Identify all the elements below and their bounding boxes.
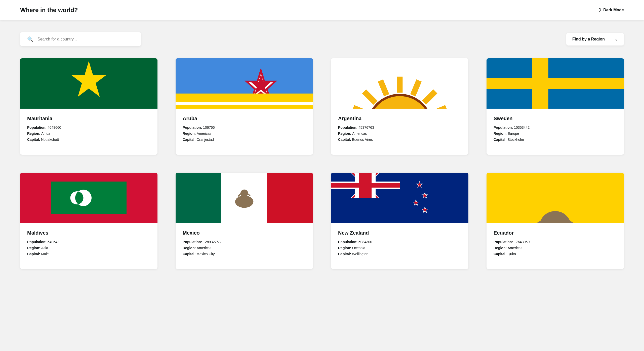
country-capital: Capital: Wellington: [338, 252, 461, 256]
population-label: Population:: [183, 125, 202, 129]
svg-line-18: [413, 80, 419, 95]
capital-value: Wellington: [352, 252, 368, 256]
region-value: Africa: [41, 131, 50, 136]
card-body: Mauritania Population: 4649660 Region: A…: [20, 109, 157, 155]
region-value: Asia: [41, 246, 48, 250]
card-body: Sweden Population: 10353442 Region: Euro…: [487, 109, 624, 155]
country-population: Population: 45376763: [338, 125, 461, 129]
moon-icon: ☽: [597, 7, 601, 13]
country-population: Population: 128932753: [183, 240, 306, 244]
search-input[interactable]: [37, 37, 134, 41]
country-population: Population: 5084300: [338, 240, 461, 244]
country-population: Population: 4649660: [27, 125, 150, 129]
capital-value: Quito: [507, 252, 516, 256]
country-name: Maldives: [27, 230, 150, 236]
country-region: Region: Asia: [27, 246, 150, 250]
region-label: Region:: [183, 131, 196, 136]
region-value: Americas: [197, 246, 211, 250]
country-name: Mauritania: [27, 116, 150, 121]
country-region: Region: Americas: [183, 246, 306, 250]
capital-value: Mexico City: [196, 252, 215, 256]
chevron-down-icon: ⌄: [615, 37, 618, 41]
country-name: Sweden: [494, 116, 617, 121]
region-label: Region:: [27, 246, 40, 250]
card-body: Mexico Population: 128932753 Region: Ame…: [176, 223, 313, 269]
region-label: Region:: [338, 131, 351, 136]
region-value: Europe: [508, 131, 519, 136]
card-body: Argentina Population: 45376763 Region: A…: [331, 109, 468, 155]
region-label: Region:: [183, 246, 196, 250]
population-value: 540542: [48, 240, 59, 244]
country-card[interactable]: Maldives Population: 540542 Region: Asia…: [20, 173, 157, 269]
country-population: Population: 10353442: [494, 125, 617, 129]
population-label: Population:: [183, 240, 202, 244]
svg-line-16: [380, 80, 386, 95]
capital-label: Capital:: [183, 138, 195, 142]
region-label: Region:: [494, 131, 507, 136]
countries-grid: Mauritania Population: 4649660 Region: A…: [20, 58, 624, 269]
controls-bar: 🔍 Find by a Region ⌄: [20, 32, 624, 46]
country-flag: [176, 173, 313, 223]
svg-point-3: [368, 95, 432, 109]
country-flag: [20, 58, 157, 109]
capital-label: Capital:: [494, 138, 506, 142]
country-card[interactable]: Sweden Population: 10353442 Region: Euro…: [487, 58, 624, 155]
population-value: 17643060: [514, 240, 530, 244]
population-label: Population:: [494, 125, 513, 129]
country-region: Region: Europe: [494, 131, 617, 136]
capital-value: Oranjestad: [196, 138, 214, 142]
svg-point-32: [539, 211, 571, 223]
country-card[interactable]: New Zealand Population: 5084300 Region: …: [331, 173, 468, 269]
country-card[interactable]: Mauritania Population: 4649660 Region: A…: [20, 58, 157, 155]
region-value: Americas: [197, 131, 211, 136]
country-flag: [487, 173, 624, 223]
country-flag: [331, 173, 468, 223]
search-icon: 🔍: [27, 36, 33, 42]
population-value: 10353442: [514, 125, 530, 129]
population-value: 128932753: [203, 240, 221, 244]
country-capital: Capital: Nouakchott: [27, 138, 150, 142]
capital-label: Capital:: [338, 138, 351, 142]
country-population: Population: 540542: [27, 240, 150, 244]
capital-label: Capital:: [27, 252, 40, 256]
country-card[interactable]: Argentina Population: 45376763 Region: A…: [331, 58, 468, 155]
svg-line-19: [424, 91, 435, 103]
country-region: Region: Oceania: [338, 246, 461, 250]
svg-line-20: [431, 108, 446, 109]
population-value: 5084300: [358, 240, 372, 244]
country-flag: [331, 58, 468, 109]
country-capital: Capital: Quito: [494, 252, 617, 256]
capital-value: Malé: [41, 252, 49, 256]
country-card[interactable]: Mexico Population: 128932753 Region: Ame…: [176, 173, 313, 269]
country-region: Region: Americas: [338, 131, 461, 136]
population-label: Population:: [338, 125, 357, 129]
site-header: Where in the world? ☽ Dark Mode: [0, 0, 644, 20]
main-content: 🔍 Find by a Region ⌄: [0, 20, 644, 281]
capital-label: Capital:: [183, 252, 195, 256]
country-flag: [176, 58, 313, 109]
region-dropdown-label: Find by a Region: [572, 37, 605, 41]
country-population: Population: 106766: [183, 125, 306, 129]
population-label: Population:: [338, 240, 357, 244]
search-box: 🔍: [20, 32, 141, 46]
population-label: Population:: [27, 240, 47, 244]
country-capital: Capital: Mexico City: [183, 252, 306, 256]
svg-marker-29: [413, 200, 419, 205]
population-value: 45376763: [358, 125, 374, 129]
capital-value: Stockholm: [507, 138, 524, 142]
capital-label: Capital:: [27, 138, 40, 142]
region-label: Region:: [338, 246, 351, 250]
population-value: 4649660: [48, 125, 61, 129]
region-dropdown: Find by a Region ⌄: [566, 33, 624, 46]
country-card[interactable]: Ecuador Population: 17643060 Region: Ame…: [487, 173, 624, 269]
card-body: New Zealand Population: 5084300 Region: …: [331, 223, 468, 269]
country-capital: Capital: Buenos Aires: [338, 138, 461, 142]
card-body: Ecuador Population: 17643060 Region: Ame…: [487, 223, 624, 269]
population-label: Population:: [494, 240, 513, 244]
country-capital: Capital: Oranjestad: [183, 138, 306, 142]
population-value: 106766: [203, 125, 215, 129]
dark-mode-label: Dark Mode: [603, 8, 624, 12]
country-card[interactable]: Aruba Population: 106766 Region: America…: [176, 58, 313, 155]
region-dropdown-button[interactable]: Find by a Region ⌄: [566, 33, 624, 46]
dark-mode-toggle[interactable]: ☽ Dark Mode: [597, 7, 624, 13]
